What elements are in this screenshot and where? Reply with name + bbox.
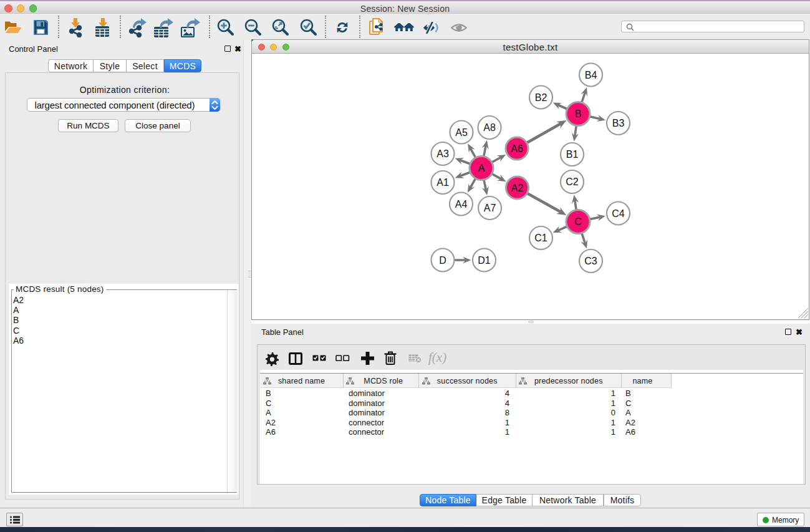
svg-text:C2: C2: [566, 177, 579, 187]
svg-text:C3: C3: [584, 256, 597, 266]
svg-text:B2: B2: [535, 92, 547, 103]
svg-text:A5: A5: [455, 127, 468, 138]
svg-text:A8: A8: [483, 122, 496, 133]
svg-text:A4: A4: [455, 199, 468, 210]
svg-text:B4: B4: [585, 70, 597, 80]
svg-text:A6: A6: [511, 143, 523, 154]
svg-text:D1: D1: [478, 255, 491, 266]
svg-text:A: A: [478, 163, 485, 173]
svg-text:B: B: [575, 109, 582, 119]
svg-text:B3: B3: [612, 118, 625, 128]
svg-text:A7: A7: [484, 203, 496, 213]
svg-text:A2: A2: [511, 183, 524, 193]
svg-text:B1: B1: [566, 149, 579, 160]
svg-text:C4: C4: [612, 208, 625, 219]
svg-text:D: D: [439, 255, 446, 266]
svg-text:C1: C1: [534, 233, 547, 243]
svg-text:A3: A3: [436, 148, 449, 159]
svg-text:C: C: [574, 216, 582, 227]
svg-text:A1: A1: [436, 177, 449, 188]
